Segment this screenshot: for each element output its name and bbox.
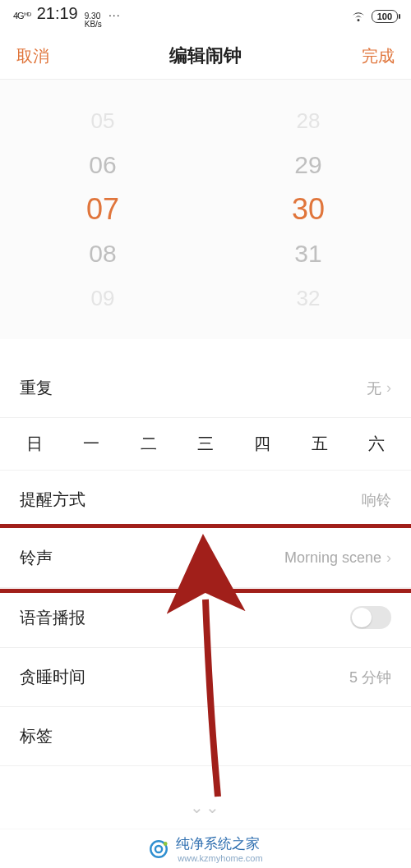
picker-minute-selected[interactable]: 30 (292, 193, 325, 226)
svg-point-1 (155, 845, 162, 852)
snooze-row[interactable]: 贪睡时间 5 分钟 (0, 648, 411, 707)
chevron-right-icon: › (386, 549, 391, 567)
voice-label: 语音播报 (20, 607, 85, 629)
weekday-mon[interactable]: 一 (80, 433, 103, 455)
data-rate: 9.30 KB/s (85, 12, 102, 29)
picker-hour-item[interactable]: 09 (91, 282, 115, 315)
status-bar: 4Gᴴᴰ 21:19 9.30 KB/s ··· 100 (0, 0, 411, 33)
hour-column[interactable]: 05 06 07 08 09 (21, 104, 185, 315)
snooze-label: 贪睡时间 (20, 666, 85, 688)
voice-toggle[interactable] (350, 606, 391, 629)
status-time: 21:19 (37, 4, 78, 23)
weekday-sat[interactable]: 六 (365, 433, 388, 455)
footer-watermark: 纯净系统之家 www.kzmyhome.com (0, 829, 411, 868)
picker-hour-item[interactable]: 08 (89, 237, 116, 270)
picker-minute-item[interactable]: 32 (297, 282, 321, 315)
weekday-sun[interactable]: 日 (23, 433, 46, 455)
nav-bar: 取消 编辑闹钟 完成 (0, 33, 411, 79)
picker-hour-item[interactable]: 05 (91, 104, 115, 137)
remind-value: 响铃 (362, 490, 391, 510)
weekday-fri[interactable]: 五 (308, 433, 331, 455)
picker-minute-item[interactable]: 29 (294, 149, 321, 181)
tag-label: 标签 (20, 725, 53, 747)
minute-column[interactable]: 28 29 30 31 32 (226, 104, 390, 315)
more-dots: ··· (109, 8, 121, 21)
repeat-value: 无 (367, 379, 381, 398)
picker-hour-selected[interactable]: 07 (86, 193, 119, 226)
wifi-icon (350, 11, 367, 22)
tag-row[interactable]: 标签 (0, 707, 411, 766)
weekday-thu[interactable]: 四 (251, 433, 274, 455)
picker-hour-item[interactable]: 06 (89, 149, 116, 181)
footer-logo-icon (148, 838, 169, 860)
footer-url: www.kzmyhome.com (178, 853, 262, 863)
settings-list: 重复 无 › 日 一 二 三 四 五 六 提醒方式 响铃 铃声 Morning … (0, 359, 411, 766)
snooze-value: 5 分钟 (349, 668, 391, 687)
remind-row[interactable]: 提醒方式 响铃 (0, 471, 411, 529)
footer-brand: 纯净系统之家 (176, 834, 262, 853)
done-button[interactable]: 完成 (362, 45, 395, 67)
network-indicator: 4Gᴴᴰ (13, 11, 30, 21)
cancel-button[interactable]: 取消 (16, 45, 49, 67)
time-picker[interactable]: 05 06 07 08 09 28 29 30 31 32 (0, 79, 411, 339)
weekday-wed[interactable]: 三 (194, 433, 217, 455)
picker-minute-item[interactable]: 31 (294, 237, 321, 270)
remind-label: 提醒方式 (20, 489, 85, 511)
voice-row[interactable]: 语音播报 (0, 588, 411, 648)
chevron-right-icon: › (386, 379, 391, 397)
battery-indicator: 100 (372, 10, 398, 23)
page-title: 编辑闹钟 (169, 44, 242, 68)
repeat-row[interactable]: 重复 无 › (0, 359, 411, 418)
scroll-indicator: ⌄⌄ (190, 797, 221, 817)
ringtone-value: Morning scene (284, 549, 381, 567)
picker-minute-item[interactable]: 28 (297, 104, 321, 137)
svg-point-2 (164, 842, 168, 846)
ringtone-row[interactable]: 铃声 Morning scene › (0, 529, 411, 588)
repeat-label: 重复 (20, 377, 53, 399)
weekday-tue[interactable]: 二 (137, 433, 160, 455)
weekday-row: 日 一 二 三 四 五 六 (0, 418, 411, 471)
ringtone-label: 铃声 (20, 547, 53, 569)
